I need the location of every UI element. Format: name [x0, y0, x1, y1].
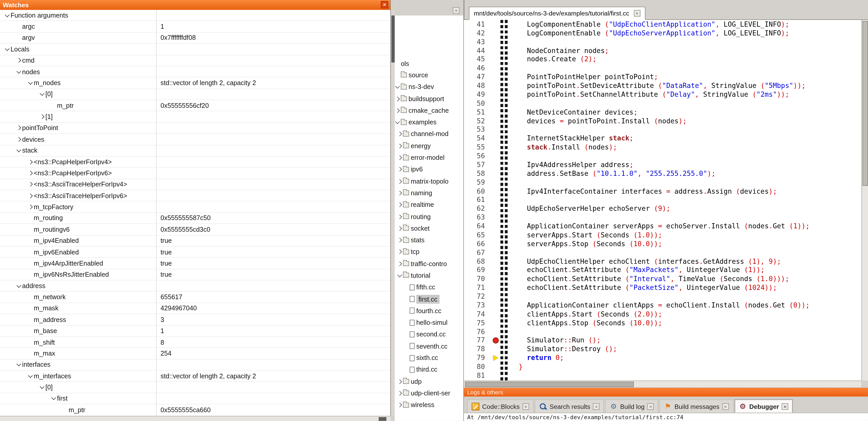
expand-arrow-icon[interactable]	[397, 401, 403, 408]
tree-item[interactable]: second.cc	[395, 328, 463, 340]
watch-row[interactable]: m_tcpFactory	[0, 201, 390, 213]
expand-arrow-icon[interactable]	[16, 125, 22, 131]
watch-row[interactable]: m_routing0x555555587c50	[0, 213, 390, 224]
tree-item[interactable]: ipv6	[395, 163, 463, 175]
collapse-arrow-icon[interactable]	[4, 12, 10, 19]
tree-item[interactable]: cmake_cache	[395, 105, 463, 117]
line-marker-slot[interactable]	[490, 355, 500, 361]
watch-row[interactable]: devices	[0, 134, 390, 145]
expand-arrow-icon[interactable]	[397, 142, 403, 149]
logs-tab-debugger[interactable]: ⚙Debugger×	[735, 399, 793, 413]
tree-item[interactable]: wireless	[395, 399, 463, 411]
close-icon[interactable]: ×	[381, 1, 388, 8]
expand-arrow-icon[interactable]	[16, 136, 22, 143]
watch-row[interactable]: pointToPoint	[0, 123, 390, 134]
editor-tab[interactable]: mnt/dev/tools/source/ns-3-dev/examples/t…	[469, 7, 645, 20]
editor-horizontal-scrollbar[interactable]	[464, 381, 861, 387]
close-icon[interactable]: ×	[782, 403, 788, 410]
collapse-arrow-icon[interactable]	[39, 384, 45, 391]
collapse-arrow-icon[interactable]	[16, 68, 22, 75]
close-icon[interactable]: ×	[647, 403, 654, 410]
vertical-scrollbar[interactable]	[390, 10, 395, 416]
watch-row[interactable]: address	[0, 280, 390, 292]
watch-row[interactable]: m_ipv4ArpJitterEnabledtrue	[0, 258, 390, 269]
expand-arrow-icon[interactable]	[28, 159, 34, 165]
watch-row[interactable]: m_interfacesstd::vector of length 2, cap…	[0, 370, 390, 382]
watch-row[interactable]: cmd	[0, 55, 390, 66]
tree-item[interactable]: ols	[395, 57, 463, 69]
tree-item[interactable]: realtime	[395, 199, 463, 211]
tree-item[interactable]: error-model	[395, 152, 463, 164]
logs-tab-build-messages[interactable]: ⚑Build messages×	[659, 399, 733, 413]
logs-tab-code-blocks[interactable]: Code::Blocks×	[467, 399, 533, 413]
watch-row[interactable]: [1]	[0, 111, 390, 123]
tree-item[interactable]: tcp	[395, 246, 463, 258]
breakpoint-icon[interactable]	[493, 337, 499, 344]
tree-item[interactable]: udp-client-ser	[395, 387, 463, 399]
tree-item[interactable]: energy	[395, 140, 463, 152]
watch-row[interactable]: m_ipv4Enabledtrue	[0, 235, 390, 247]
watch-row[interactable]: interfaces	[0, 359, 390, 371]
collapse-arrow-icon[interactable]	[39, 91, 45, 97]
code-editor[interactable]: 41 LogComponentEnable ("UdpEchoClientApp…	[464, 20, 861, 381]
expand-arrow-icon[interactable]	[397, 213, 403, 220]
expand-arrow-icon[interactable]	[395, 107, 401, 114]
watch-row[interactable]: [0]	[0, 89, 390, 100]
expand-arrow-icon[interactable]	[397, 225, 403, 232]
watch-row[interactable]: argc1	[0, 21, 390, 33]
collapse-arrow-icon[interactable]	[397, 272, 403, 279]
scrollbar-thumb[interactable]	[379, 417, 386, 421]
editor-vertical-scrollbar[interactable]	[861, 20, 868, 381]
watch-row[interactable]: [0]	[0, 382, 390, 393]
watch-row[interactable]: Locals	[0, 44, 390, 55]
tree-item[interactable]: buildsupport	[395, 93, 463, 105]
expand-arrow-icon[interactable]	[397, 178, 403, 185]
tree-item[interactable]: traffic-contro	[395, 258, 463, 270]
watch-row[interactable]: nodes	[0, 66, 390, 77]
tree-item[interactable]: ns-3-dev	[395, 81, 463, 93]
watch-row[interactable]: m_nodesstd::vector of length 2, capacity…	[0, 77, 390, 89]
scrollbar-thumb[interactable]	[391, 15, 395, 63]
watch-row[interactable]: m_ipv6NsRsJitterEnabledtrue	[0, 269, 390, 281]
expand-arrow-icon[interactable]	[397, 249, 403, 255]
scrollbar-thumb[interactable]	[465, 382, 634, 387]
watch-row[interactable]: Function arguments	[0, 10, 390, 22]
tree-item[interactable]: tutorial	[395, 269, 463, 281]
expand-arrow-icon[interactable]	[397, 166, 403, 173]
expand-arrow-icon[interactable]	[28, 192, 34, 199]
watch-row[interactable]: m_ptr0x55555556cf20	[0, 100, 390, 111]
tree-item[interactable]: fourth.cc	[395, 305, 463, 317]
collapse-arrow-icon[interactable]	[28, 79, 34, 86]
close-icon[interactable]: ×	[593, 403, 600, 410]
expand-arrow-icon[interactable]	[397, 131, 403, 137]
collapse-arrow-icon[interactable]	[28, 373, 34, 379]
expand-arrow-icon[interactable]	[397, 237, 403, 244]
collapse-arrow-icon[interactable]	[16, 361, 22, 368]
watch-row[interactable]: <ns3::PcapHelperForIpv4>	[0, 157, 390, 168]
collapse-arrow-icon[interactable]	[395, 119, 401, 126]
tree-item[interactable]: source	[395, 69, 463, 81]
watch-row[interactable]: m_mask4294967040	[0, 303, 390, 315]
tree-item[interactable]: naming	[395, 187, 463, 199]
watch-row[interactable]: stack	[0, 145, 390, 157]
tree-item[interactable]: stats	[395, 234, 463, 246]
tree-item[interactable]: sixth.cc	[395, 352, 463, 364]
watch-row[interactable]: first	[0, 393, 390, 404]
watch-row[interactable]: m_address3	[0, 314, 390, 326]
expand-arrow-icon[interactable]	[395, 95, 401, 102]
watches-horizontal-scrollbar[interactable]	[0, 416, 391, 421]
expand-arrow-icon[interactable]	[39, 114, 45, 120]
logs-tab-build-log[interactable]: ⚙Build log×	[605, 399, 659, 413]
expand-arrow-icon[interactable]	[28, 203, 34, 210]
watch-row[interactable]: <ns3::PcapHelperForIpv6>	[0, 168, 390, 179]
watch-row[interactable]: m_ipv6Enabledtrue	[0, 247, 390, 258]
expand-arrow-icon[interactable]	[397, 190, 403, 196]
watch-row[interactable]: <ns3::AsciiTraceHelperForIpv4>	[0, 179, 390, 190]
logs-tab-search-results[interactable]: Search results×	[535, 399, 604, 413]
close-icon[interactable]: ×	[453, 7, 460, 14]
expand-arrow-icon[interactable]	[397, 201, 403, 208]
watch-row[interactable]: m_base1	[0, 326, 390, 337]
tree-item[interactable]: third.cc	[395, 364, 463, 376]
line-marker-slot[interactable]	[490, 337, 500, 344]
close-icon[interactable]: ×	[633, 10, 640, 17]
